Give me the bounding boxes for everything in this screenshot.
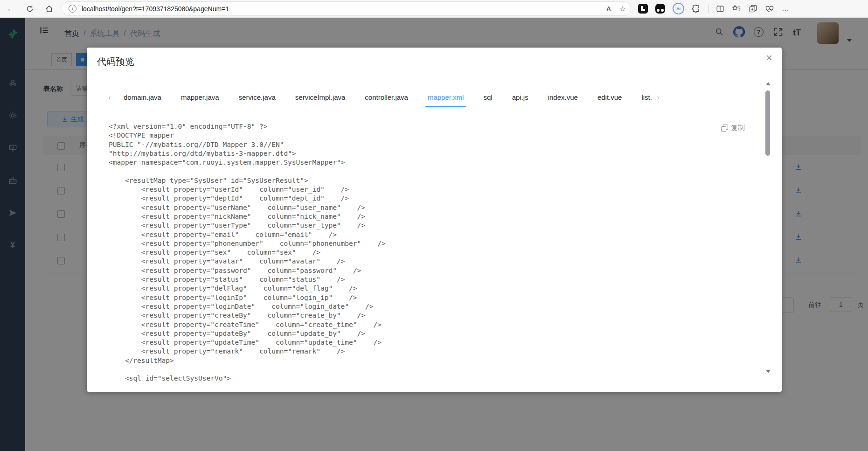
extension-icon-2[interactable]: [655, 4, 665, 14]
toolbar-separator: [708, 5, 708, 13]
tab-edit-vue[interactable]: edit.vue: [588, 88, 632, 107]
tabs-scroll-right-icon[interactable]: ›: [654, 88, 662, 107]
extensions-puzzle-icon[interactable]: [692, 4, 701, 13]
browser-home-button[interactable]: [42, 0, 56, 17]
browser-refresh-icon[interactable]: [23, 0, 37, 17]
tab-controller-java[interactable]: controller.java: [355, 88, 418, 107]
tab-mapper-xml[interactable]: mapper.xml: [418, 88, 474, 107]
dialog-title: 代码预览: [97, 56, 134, 68]
scroll-down-icon[interactable]: [766, 370, 771, 373]
browser-toolbar: ← i localhost/tool/gen?t=1709371825080&p…: [0, 0, 868, 18]
code-preview-dialog: 代码预览 × ‹ domain.java mapper.java service…: [87, 48, 782, 392]
scroll-up-icon[interactable]: [766, 82, 771, 85]
info-icon[interactable]: i: [69, 5, 76, 13]
split-screen-icon[interactable]: [716, 5, 724, 13]
url-text[interactable]: localhost/tool/gen?t=1709371825080&pageN…: [82, 5, 229, 13]
extensions-strip: Ai: [638, 0, 790, 17]
browser-menu-button[interactable]: …: [782, 5, 790, 13]
scrollbar-thumb[interactable]: [765, 90, 770, 156]
code-block[interactable]: <?xml version="1.0" encoding="UTF-8" ?> …: [109, 122, 743, 383]
tab-api-js[interactable]: api.js: [502, 88, 538, 107]
close-icon[interactable]: ×: [766, 52, 772, 63]
file-tabs: ‹ domain.java mapper.java service.java s…: [105, 88, 764, 107]
tab-serviceimpl-java[interactable]: serviceImpl.java: [285, 88, 355, 107]
collections-icon[interactable]: [749, 4, 757, 13]
ai-extension-icon[interactable]: Ai: [673, 3, 684, 14]
extension-icon-1[interactable]: [638, 4, 648, 14]
dialog-scrollbar[interactable]: [764, 70, 772, 386]
tab-mapper-java[interactable]: mapper.java: [171, 88, 229, 107]
favorites-bar-icon[interactable]: [732, 5, 741, 13]
tab-domain-java[interactable]: domain.java: [114, 88, 171, 107]
screen: ← i localhost/tool/gen?t=1709371825080&p…: [0, 0, 868, 451]
browser-essentials-icon[interactable]: [765, 5, 774, 13]
browser-back-button[interactable]: ←: [4, 0, 18, 17]
tab-sql[interactable]: sql: [473, 88, 502, 107]
tab-index-vue[interactable]: index.vue: [538, 88, 588, 107]
tab-service-java[interactable]: service.java: [229, 88, 285, 107]
favorite-star-icon[interactable]: ☆: [619, 4, 626, 13]
url-bar[interactable]: i localhost/tool/gen?t=1709371825080&pag…: [62, 2, 631, 15]
tabs-scroll-left-icon[interactable]: ‹: [105, 88, 114, 107]
read-aloud-icon[interactable]: A: [606, 5, 611, 12]
tab-list-vue[interactable]: list.: [632, 88, 654, 107]
